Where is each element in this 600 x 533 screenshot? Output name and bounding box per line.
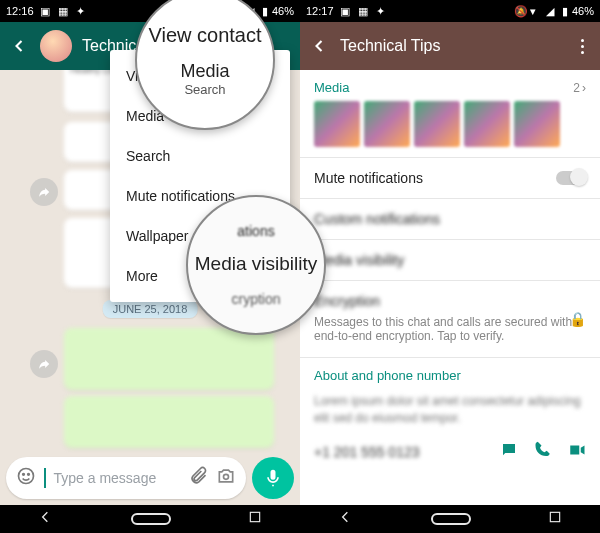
contact-body: Media 2› Mute notifications Custom notif…: [300, 70, 600, 473]
message-input[interactable]: Type a message: [6, 457, 246, 499]
encryption-row[interactable]: Encryption: [300, 281, 600, 311]
media-section[interactable]: Media 2›: [300, 70, 600, 101]
nav-recent-button[interactable]: [248, 510, 262, 528]
call-icon[interactable]: [534, 441, 552, 463]
menu-search[interactable]: Search: [110, 136, 290, 176]
media-thumb[interactable]: [514, 101, 560, 147]
media-thumbnails[interactable]: [300, 101, 600, 157]
message-bubble-out[interactable]: [64, 396, 274, 448]
media-thumb[interactable]: [414, 101, 460, 147]
status-time: 12:17: [306, 5, 334, 17]
twitter-icon: ✦: [76, 5, 88, 17]
wifi-icon: ▾: [530, 5, 542, 17]
mute-switch[interactable]: [556, 171, 586, 185]
overflow-button[interactable]: [572, 39, 592, 54]
nav-home-button[interactable]: [431, 513, 471, 525]
text-cursor: [44, 468, 46, 488]
media-count: 2›: [573, 81, 586, 95]
svg-point-3: [224, 474, 229, 479]
app-icon: ▦: [358, 5, 370, 17]
picture-icon: ▣: [340, 5, 352, 17]
attach-icon[interactable]: [188, 466, 208, 490]
nav-back-button[interactable]: [38, 509, 54, 529]
media-thumb[interactable]: [364, 101, 410, 147]
magnifier-media-visibility: ations Media visibility cryption: [186, 195, 326, 335]
nav-home-button[interactable]: [131, 513, 171, 525]
video-icon[interactable]: [568, 441, 586, 463]
contact-title: Technical Tips: [340, 37, 441, 55]
svg-point-2: [28, 474, 30, 476]
message-icon[interactable]: [500, 441, 518, 463]
svg-point-0: [19, 469, 34, 484]
picture-icon: ▣: [40, 5, 52, 17]
nav-recent-button[interactable]: [548, 510, 562, 528]
camera-icon[interactable]: [216, 466, 236, 490]
mic-button[interactable]: [252, 457, 294, 499]
phone-number: +1 201 555 0123: [314, 444, 420, 460]
encryption-desc: Messages to this chat and calls are secu…: [300, 311, 600, 357]
android-nav-bar: [0, 505, 600, 533]
message-bubble-out[interactable]: [64, 328, 274, 390]
chat-input-bar: Type a message: [6, 457, 294, 499]
forward-icon[interactable]: [30, 350, 58, 378]
back-button[interactable]: [8, 35, 30, 57]
status-battery: 46%: [272, 5, 294, 17]
chevron-right-icon: ›: [582, 81, 586, 95]
screen-contact-info: 12:17 ▣ ▦ ✦ 🔕 ▾ ◢ ▮ 46% Technical Tips M…: [300, 0, 600, 505]
emoji-icon[interactable]: [16, 466, 36, 490]
twitter-icon: ✦: [376, 5, 388, 17]
battery-icon: ▮: [262, 5, 268, 18]
status-bar: 12:17 ▣ ▦ ✦ 🔕 ▾ ◢ ▮ 46%: [300, 0, 600, 22]
forward-icon[interactable]: [30, 178, 58, 206]
silent-icon: 🔕: [514, 5, 526, 17]
mute-notifications-row[interactable]: Mute notifications: [300, 158, 600, 198]
svg-rect-4: [250, 512, 259, 521]
status-battery: 46%: [572, 5, 594, 17]
custom-notifications-row[interactable]: Custom notifications: [300, 199, 600, 239]
svg-rect-5: [550, 512, 559, 521]
app-icon: ▦: [58, 5, 70, 17]
contact-app-bar: Technical Tips: [300, 22, 600, 70]
lock-icon: 🔒: [569, 311, 586, 327]
media-thumb[interactable]: [464, 101, 510, 147]
nav-back-button[interactable]: [338, 509, 354, 529]
date-chip: JUNE 25, 2018: [103, 300, 198, 318]
media-visibility-row[interactable]: Media visibility: [300, 240, 600, 280]
about-section-label: About and phone number: [300, 358, 600, 389]
media-thumb[interactable]: [314, 101, 360, 147]
svg-point-1: [23, 474, 25, 476]
phone-row[interactable]: +1 201 555 0123: [300, 431, 600, 473]
contact-avatar[interactable]: [40, 30, 72, 62]
back-button[interactable]: [308, 35, 330, 57]
battery-icon: ▮: [562, 5, 568, 18]
signal-icon: ◢: [546, 5, 558, 17]
status-time: 12:16: [6, 5, 34, 17]
input-placeholder: Type a message: [54, 470, 181, 486]
about-text: Lorem ipsum dolor sit amet consectetur a…: [300, 389, 600, 431]
